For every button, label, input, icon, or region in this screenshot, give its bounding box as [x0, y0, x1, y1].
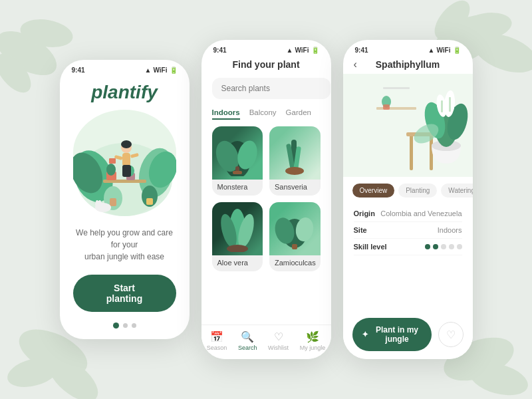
status-icons-1: ▲ WiFi 🔋 — [145, 66, 178, 74]
skill-dot-2 — [433, 244, 438, 249]
tagline: We help you grow and care for your urban… — [73, 227, 176, 263]
svg-rect-57 — [410, 134, 413, 170]
plant-hero-image — [343, 74, 473, 177]
plant-image-aloevera — [212, 202, 263, 255]
back-button[interactable]: ‹ — [354, 59, 357, 70]
pagination-dots — [113, 323, 136, 329]
svg-point-47 — [285, 167, 304, 175]
nav-season[interactable]: 📅 Season — [207, 331, 227, 351]
svg-point-35 — [96, 200, 98, 204]
jungle-icon: 🌿 — [306, 331, 319, 343]
site-label: Site — [354, 226, 367, 234]
phone-search: 9:41 ▲WiFi🔋 Find your plant Indoors Balc… — [201, 40, 331, 359]
tab-indoors[interactable]: Indoors — [212, 108, 240, 120]
wishlist-icon: ♡ — [274, 331, 283, 343]
tab-watering[interactable]: Watering — [441, 184, 472, 198]
svg-point-2 — [468, 26, 532, 80]
skill-dots — [425, 244, 462, 249]
skill-dot-5 — [457, 244, 462, 249]
bottom-nav: 📅 Season 🔍 Search ♡ Wishlist 🌿 My jungle — [201, 325, 331, 359]
detail-actions: ✦ Plant in my jungle ♡ — [343, 313, 473, 359]
splash-content: plantify — [60, 76, 190, 339]
status-icons-3: ▲WiFi🔋 — [428, 47, 461, 54]
splash-illustration — [73, 110, 176, 216]
phone-detail: 9:41 ▲WiFi🔋 ‹ Spathiphyllum — [343, 40, 473, 359]
plant-icon: ✦ — [362, 330, 368, 339]
hero-plant-svg — [343, 74, 473, 177]
plant-card-sansveria[interactable]: Sansveria — [269, 126, 321, 196]
svg-point-8 — [466, 357, 531, 399]
svg-rect-43 — [233, 171, 242, 174]
svg-rect-23 — [122, 153, 130, 166]
skill-dot-1 — [425, 244, 430, 249]
app-logo: plantify — [91, 82, 158, 103]
info-row-origin: Origin Colombia and Venezuela — [354, 205, 462, 222]
status-bar-2: 9:41 ▲WiFi🔋 — [201, 40, 331, 57]
search-input[interactable] — [212, 78, 331, 99]
status-time-3: 9:41 — [355, 47, 368, 54]
dot-1 — [113, 323, 119, 329]
plant-image-zamioculcas — [269, 202, 321, 255]
svg-point-19 — [106, 164, 116, 176]
status-time-2: 9:41 — [213, 47, 227, 54]
skill-label: Skill level — [354, 243, 387, 251]
site-value: Indoors — [438, 226, 462, 234]
detail-info: Origin Colombia and Venezuela Site Indoo… — [343, 203, 473, 261]
plant-cta-label: Plant in my jungle — [372, 325, 422, 344]
svg-rect-73 — [383, 104, 390, 110]
tab-planting[interactable]: Planting — [398, 184, 437, 198]
tab-balcony[interactable]: Balcony — [249, 108, 277, 120]
svg-point-6 — [0, 48, 37, 99]
detail-tabs: Overview Planting Watering Li... — [343, 177, 473, 203]
svg-point-5 — [18, 15, 75, 51]
nav-season-label: Season — [207, 344, 227, 351]
status-bar-3: 9:41 ▲WiFi🔋 — [343, 40, 473, 57]
nav-wishlist[interactable]: ♡ Wishlist — [268, 331, 289, 351]
status-bar-1: 9:41 ▲ WiFi 🔋 — [60, 60, 190, 76]
svg-rect-55 — [292, 244, 297, 249]
search-bar — [212, 76, 321, 100]
start-planting-button[interactable]: Start planting — [73, 275, 176, 312]
plant-in-jungle-button[interactable]: ✦ Plant in my jungle — [352, 318, 432, 351]
plant-card-zamioculcas[interactable]: Zamioculcas — [269, 202, 321, 271]
plant-grid: Monstera Sansveria — [201, 126, 331, 278]
status-time-1: 9:41 — [72, 66, 85, 74]
search-page-header: Find your plant — [201, 57, 331, 76]
info-row-skill: Skill level — [354, 239, 462, 255]
svg-point-11 — [41, 348, 105, 399]
illustration-svg — [73, 113, 176, 216]
phone-splash: 9:41 ▲ WiFi 🔋 plantify — [60, 60, 190, 339]
plant-name-sansveria: Sansveria — [269, 180, 321, 196]
filter-tabs: Indoors Balcony Garden — [201, 108, 331, 126]
svg-point-4 — [0, 22, 64, 84]
search-nav-icon: 🔍 — [241, 331, 254, 343]
origin-label: Origin — [354, 209, 375, 217]
season-icon: 📅 — [210, 331, 223, 343]
svg-rect-30 — [110, 198, 116, 206]
svg-rect-68 — [441, 100, 443, 112]
tab-overview[interactable]: Overview — [352, 184, 395, 198]
svg-rect-32 — [146, 198, 153, 205]
origin-value: Colombia and Venezuela — [380, 209, 462, 217]
svg-rect-66 — [449, 97, 451, 112]
favorite-button[interactable]: ♡ — [438, 322, 464, 347]
heart-icon: ♡ — [446, 329, 456, 341]
tab-garden[interactable]: Garden — [286, 108, 311, 120]
svg-point-1 — [457, 9, 514, 44]
svg-point-36 — [98, 200, 101, 204]
plant-card-aloevera[interactable]: Aloe vera — [212, 202, 263, 271]
plant-name-zamioculcas: Zamioculcas — [269, 255, 321, 271]
status-icons-2: ▲WiFi🔋 — [287, 47, 319, 54]
svg-point-3 — [428, 0, 477, 45]
plant-name-aloevera: Aloe vera — [212, 255, 263, 271]
nav-search-label: Search — [238, 344, 257, 351]
svg-rect-71 — [376, 107, 416, 110]
plant-card-monstera[interactable]: Monstera — [212, 126, 263, 196]
nav-wishlist-label: Wishlist — [268, 344, 289, 351]
plant-image-sansveria — [269, 126, 321, 180]
plant-image-monstera — [212, 126, 263, 180]
nav-search[interactable]: 🔍 Search — [238, 331, 257, 351]
detail-header: ‹ Spathiphyllum — [343, 57, 473, 74]
nav-myjungle[interactable]: 🌿 My jungle — [300, 331, 326, 351]
dot-2 — [123, 323, 128, 328]
